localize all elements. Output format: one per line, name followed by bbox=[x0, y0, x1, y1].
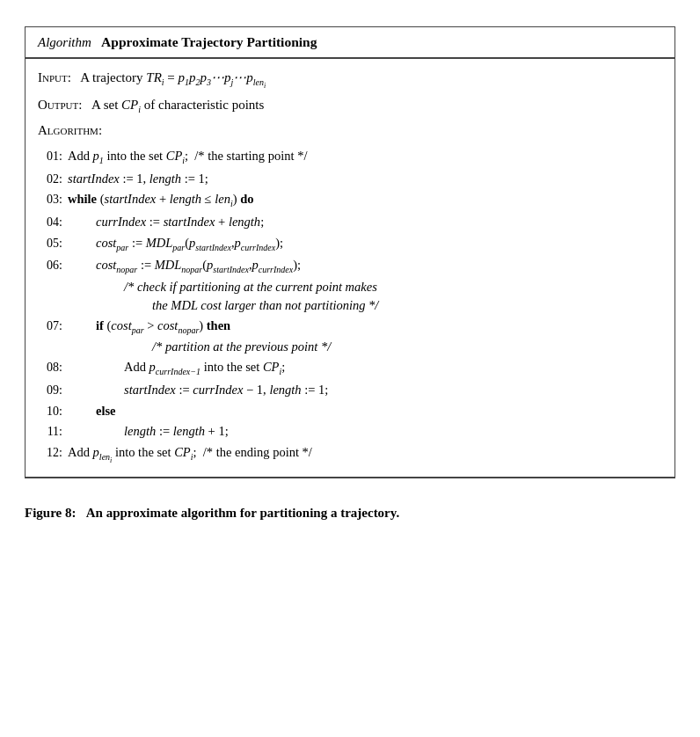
figure-caption: Figure 8: An approximate algorithm for p… bbox=[25, 500, 675, 523]
figure-label: Figure 8: bbox=[25, 506, 76, 520]
linecontent-05: costpar := MDLpar(pstartIndex,pcurrIndex… bbox=[68, 233, 662, 255]
linenum-07: 07: bbox=[38, 316, 68, 336]
line-07: 07: if (costpar > costnopar) then bbox=[38, 316, 662, 338]
line-08: 08: Add pcurrIndex−1 into the set CPi; bbox=[38, 357, 662, 379]
linecontent-11: length := length + 1; bbox=[68, 421, 662, 442]
line-05: 05: costpar := MDLpar(pstartIndex,pcurrI… bbox=[38, 233, 662, 255]
linecontent-07: if (costpar > costnopar) then bbox=[68, 316, 662, 338]
comment-block-06b: the MDL cost larger than not partitionin… bbox=[68, 296, 662, 316]
linenum-10: 10: bbox=[38, 401, 68, 421]
line-06: 06: costnopar := MDLnopar(pstartIndex,pc… bbox=[38, 255, 662, 277]
linenum-08: 08: bbox=[38, 357, 68, 377]
linecontent-04: currIndex := startIndex + length; bbox=[68, 212, 662, 233]
linenum-12: 12: bbox=[38, 442, 68, 463]
page-container: Algorithm Approximate Trajectory Partiti… bbox=[25, 18, 675, 532]
linecontent-12: Add pleni into the set CPi; /* the endin… bbox=[68, 442, 662, 466]
linenum-11: 11: bbox=[38, 421, 68, 441]
linecontent-01: Add p1 into the set CPi; /* the starting… bbox=[68, 146, 662, 168]
line-01: 01: Add p1 into the set CPi; /* the star… bbox=[38, 146, 662, 168]
linecontent-09: startIndex := currIndex − 1, length := 1… bbox=[68, 380, 662, 401]
linecontent-02: startIndex := 1, length := 1; bbox=[68, 169, 662, 190]
linenum-03: 03: bbox=[38, 189, 68, 209]
algorithm-label: Algorithm: bbox=[38, 123, 102, 137]
algorithm-body: Input: A trajectory TRi = p1p2p3⋯pj⋯plen… bbox=[26, 59, 674, 478]
algorithm-label-line: Algorithm: bbox=[38, 120, 662, 141]
line-03: 03: while (startIndex + length ≤ leni) d… bbox=[38, 189, 662, 211]
linenum-06: 06: bbox=[38, 255, 68, 275]
linenum-09: 09: bbox=[38, 380, 68, 400]
line-09: 09: startIndex := currIndex − 1, length … bbox=[38, 380, 662, 401]
output-label: Output: bbox=[38, 98, 82, 112]
comment-block-06a: /* check if partitioning at the current … bbox=[68, 278, 662, 297]
output-line: Output: A set CPi of characteristic poin… bbox=[38, 95, 662, 117]
cp-var: CPi bbox=[121, 98, 141, 112]
comment-text-06b: the MDL cost larger than not partitionin… bbox=[152, 296, 378, 316]
line-04: 04: currIndex := startIndex + length; bbox=[38, 212, 662, 233]
line-11: 11: length := length + 1; bbox=[38, 421, 662, 442]
comment-text-06a: /* check if partitioning at the current … bbox=[124, 278, 377, 297]
linenum-05: 05: bbox=[38, 233, 68, 253]
tr-var: TRi bbox=[146, 70, 164, 84]
algorithm-word: Algorithm bbox=[38, 35, 91, 49]
comment-block-07: /* partition at the previous point */ bbox=[68, 338, 662, 357]
comment-text-07: /* partition at the previous point */ bbox=[124, 338, 331, 357]
linecontent-08: Add pcurrIndex−1 into the set CPi; bbox=[68, 357, 662, 379]
algorithm-lines: 01: Add p1 into the set CPi; /* the star… bbox=[38, 146, 662, 466]
line-12: 12: Add pleni into the set CPi; /* the e… bbox=[38, 442, 662, 466]
linecontent-10: else bbox=[68, 401, 662, 422]
algorithm-name: Approximate Trajectory Partitioning bbox=[101, 34, 317, 49]
algorithm-box: Algorithm Approximate Trajectory Partiti… bbox=[25, 26, 675, 478]
linenum-02: 02: bbox=[38, 169, 68, 189]
trajectory-formula: p1p2p3⋯pj⋯pleni bbox=[179, 70, 266, 84]
line-10: 10: else bbox=[38, 401, 662, 422]
linenum-01: 01: bbox=[38, 146, 68, 166]
figure-description: An approximate algorithm for partitionin… bbox=[86, 506, 399, 520]
algorithm-title-row: Algorithm Approximate Trajectory Partiti… bbox=[26, 27, 674, 59]
linecontent-03: while (startIndex + length ≤ leni) do bbox=[68, 189, 662, 211]
input-label: Input: bbox=[38, 70, 71, 84]
input-line: Input: A trajectory TRi = p1p2p3⋯pj⋯plen… bbox=[38, 68, 662, 91]
line-02: 02: startIndex := 1, length := 1; bbox=[38, 169, 662, 190]
linenum-04: 04: bbox=[38, 212, 68, 232]
linecontent-06: costnopar := MDLnopar(pstartIndex,pcurrI… bbox=[68, 255, 662, 277]
